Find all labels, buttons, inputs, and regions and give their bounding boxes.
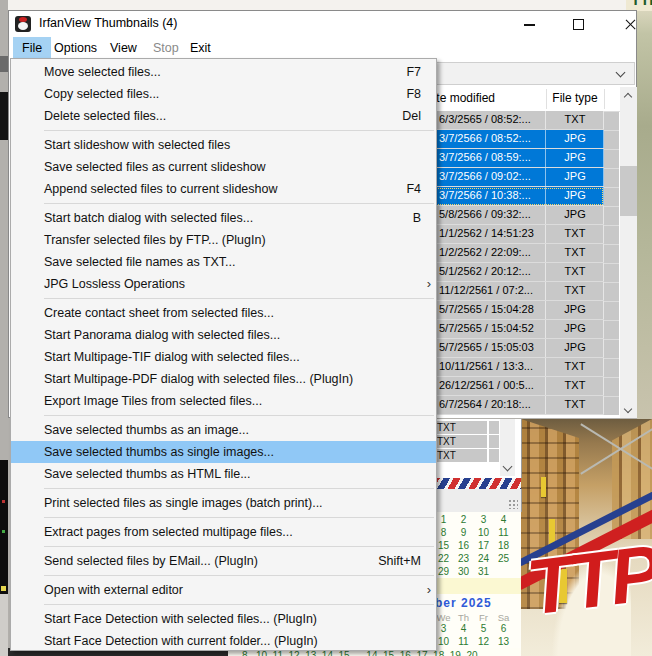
ttp-logo-text: TTP — [522, 527, 652, 633]
column-divider[interactable] — [546, 89, 547, 109]
menu-item[interactable]: Send selected files by EMail... (PlugIn)… — [11, 550, 436, 572]
calendar-day[interactable]: 13 — [495, 636, 512, 647]
menu-item-label: Create contact sheet from selected files… — [44, 306, 274, 320]
column-divider[interactable] — [604, 89, 605, 109]
menu-separator — [11, 127, 436, 134]
calendar-day[interactable]: 15 — [435, 540, 452, 551]
menu-item[interactable]: Delete selected files...Del — [11, 105, 436, 127]
calendar-day[interactable]: 9 — [455, 527, 472, 538]
irfanview-icon — [15, 16, 31, 32]
menu-item[interactable]: Open with external editor› — [11, 579, 436, 601]
calendar-day[interactable]: 22 — [435, 553, 452, 564]
chevron-down-icon[interactable] — [616, 68, 626, 78]
menu-item[interactable]: Start Face Detection with current folder… — [11, 630, 436, 652]
calendar-day[interactable]: 30 — [455, 566, 472, 577]
file-type-cell: TXT — [546, 113, 604, 125]
resize-grip[interactable] — [508, 499, 518, 509]
calendar-day-name: We — [435, 612, 452, 623]
calendar-day[interactable]: 2 — [455, 514, 472, 525]
table-row[interactable]: TXT — [433, 421, 487, 434]
calendar-day[interactable]: 12 — [475, 636, 492, 647]
row-divider — [545, 396, 546, 414]
menu-item[interactable]: Save selected thumbs as HTML file... — [11, 463, 436, 485]
menubar-item-view[interactable]: View — [101, 37, 146, 59]
menu-item[interactable]: Copy selected files...F8 — [11, 83, 436, 105]
menu-item[interactable]: Move selected files...F7 — [11, 61, 436, 83]
calendar-day[interactable]: 4 — [495, 514, 512, 525]
menu-item-label: Extract pages from selected multipage fi… — [44, 525, 293, 539]
calendar-day[interactable]: 1 — [435, 514, 452, 525]
calendar-day[interactable]: 29 — [435, 566, 452, 577]
calendar-day[interactable]: 11 — [495, 527, 512, 538]
scroll-up-button[interactable] — [620, 87, 637, 103]
row-divider — [545, 244, 546, 262]
calendar-day[interactable]: 25 — [495, 553, 512, 564]
column-header-file-type[interactable]: File type — [546, 91, 604, 105]
calendar-day[interactable]: 17 — [475, 540, 492, 551]
menu-item[interactable]: Transfer selected files by FTP... (PlugI… — [11, 229, 436, 251]
scroll-down-icon — [624, 405, 632, 413]
calendar-day[interactable]: 8 — [435, 527, 452, 538]
menubar-item-options[interactable]: Options — [45, 37, 106, 59]
menu-item[interactable]: Start slideshow with selected files — [11, 134, 436, 156]
menu-shortcut: Del — [402, 105, 421, 127]
date-modified-cell: 3/7/2566 / 09:02:... — [439, 170, 531, 182]
menu-item-label: Start batch dialog with selected files..… — [44, 211, 253, 225]
menu-shortcut: B — [413, 207, 421, 229]
calendar-day[interactable]: 4 — [455, 623, 472, 634]
calendar-day[interactable]: 31 — [475, 566, 492, 577]
secondary-scrollbar[interactable] — [500, 419, 515, 476]
menu-item[interactable]: Start Multipage-PDF dialog with selected… — [11, 368, 436, 390]
stripe-band — [433, 478, 521, 489]
calendar-day[interactable]: 11 — [455, 636, 472, 647]
menu-item[interactable]: Start Panorama dialog with selected file… — [11, 324, 436, 346]
menu-item[interactable]: Export Image Tiles from selected files..… — [11, 390, 436, 412]
close-button[interactable] — [603, 11, 647, 37]
menu-item[interactable]: Create contact sheet from selected files… — [11, 302, 436, 324]
menubar-item-exit[interactable]: Exit — [181, 37, 220, 59]
menu-item-label: Print selected files as single images (b… — [44, 496, 323, 510]
minimize-button[interactable] — [508, 11, 552, 37]
menu-item[interactable]: Start Face Detection with selected files… — [11, 608, 436, 630]
menu-separator — [11, 295, 436, 302]
table-row[interactable]: TXT — [433, 435, 487, 448]
vertical-scrollbar[interactable] — [620, 87, 637, 418]
row-divider — [545, 282, 546, 300]
menu-shortcut: F4 — [406, 178, 421, 200]
menu-item[interactable]: Save selected files as current slideshow — [11, 156, 436, 178]
menu-separator — [11, 485, 436, 492]
row-divider — [545, 111, 546, 129]
menu-item[interactable]: Append selected files to current slidesh… — [11, 178, 436, 200]
menu-separator — [11, 601, 436, 608]
scroll-down-icon[interactable] — [503, 462, 513, 472]
calendar-day[interactable]: 23 — [455, 553, 472, 564]
calendar-day[interactable]: 3 — [435, 623, 452, 634]
menu-item[interactable]: Extract pages from selected multipage fi… — [11, 521, 436, 543]
maximize-button[interactable] — [556, 11, 600, 37]
menu-item[interactable]: Save selected thumbs as single images... — [11, 441, 436, 463]
date-modified-cell: 6/3/2565 / 08:52:... — [439, 113, 531, 125]
menu-item[interactable]: Start batch dialog with selected files..… — [11, 207, 436, 229]
calendar-day[interactable]: 3 — [475, 514, 492, 525]
calendar-day[interactable]: 5 — [475, 623, 492, 634]
scroll-thumb[interactable] — [620, 166, 637, 216]
menu-item[interactable]: Save selected file names as TXT... — [11, 251, 436, 273]
scroll-down-button[interactable] — [620, 402, 637, 418]
menu-item[interactable]: Print selected files as single images (b… — [11, 492, 436, 514]
menu-item-label: Start slideshow with selected files — [44, 138, 230, 152]
calendar-day-name: Sa — [495, 612, 512, 623]
date-modified-cell: 3/7/2566 / 08:52:... — [439, 132, 531, 144]
menu-item[interactable]: Save selected thumbs as an image... — [11, 419, 436, 441]
calendar-day[interactable]: 10 — [435, 636, 452, 647]
menu-item[interactable]: JPG Lossless Operations› — [11, 273, 436, 295]
calendar-day[interactable]: 6 — [495, 623, 512, 634]
calendar-day[interactable]: 18 — [495, 540, 512, 551]
calendar-day[interactable]: 16 — [455, 540, 472, 551]
minimize-icon — [524, 24, 535, 26]
calendar-day[interactable]: 10 — [475, 527, 492, 538]
menu-item[interactable]: Start Multipage-TIF dialog with selected… — [11, 346, 436, 368]
menu-separator — [11, 572, 436, 579]
menu-item-label: Save selected thumbs as an image... — [44, 423, 249, 437]
table-row[interactable]: TXT — [433, 449, 487, 462]
calendar-day[interactable]: 24 — [475, 553, 492, 564]
